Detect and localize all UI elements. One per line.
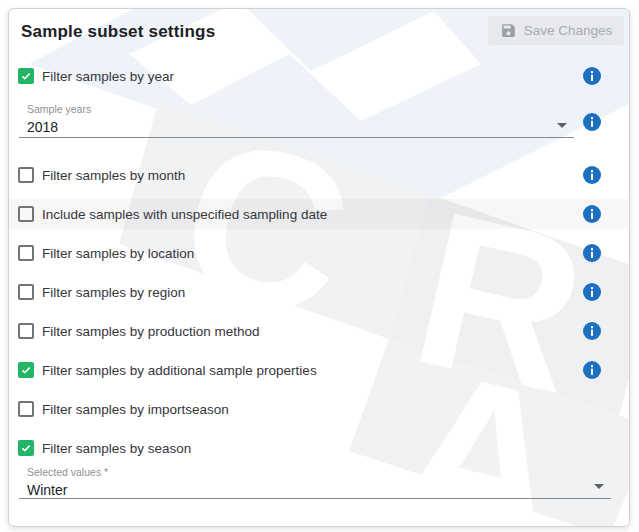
- filter-row-region: Filter samples by region: [9, 277, 629, 307]
- selected-values-select[interactable]: Selected values * Winter: [19, 464, 611, 499]
- sample-subset-settings-card: C R A Sample subset settings Save Change…: [8, 8, 630, 527]
- save-button-label: Save Changes: [524, 23, 613, 38]
- info-icon[interactable]: [583, 113, 601, 131]
- info-icon[interactable]: [583, 166, 601, 184]
- info-icon[interactable]: [583, 67, 601, 85]
- filter-season-checkbox[interactable]: [18, 440, 34, 456]
- filter-importseason-checkbox[interactable]: [18, 401, 34, 417]
- filter-production-method-checkbox[interactable]: [18, 323, 34, 339]
- select-value: 2018: [27, 119, 574, 135]
- info-icon[interactable]: [583, 205, 601, 223]
- filter-row-additional-properties: Filter samples by additional sample prop…: [9, 355, 629, 385]
- save-changes-button[interactable]: Save Changes: [488, 16, 624, 45]
- page-title: Sample subset settings: [21, 22, 215, 42]
- filter-row-production-method: Filter samples by production method: [9, 316, 629, 346]
- filter-year-checkbox[interactable]: [18, 68, 34, 84]
- filter-row-season: Filter samples by season: [9, 433, 629, 463]
- select-label: Sample years: [27, 103, 574, 115]
- info-icon[interactable]: [583, 361, 601, 379]
- filter-row-label: Include samples with unspecified samplin…: [42, 207, 327, 222]
- chevron-down-icon: [557, 123, 567, 128]
- filter-row-label: Filter samples by season: [42, 441, 191, 456]
- filter-additional-properties-checkbox[interactable]: [18, 362, 34, 378]
- filter-row-location: Filter samples by location: [9, 238, 629, 268]
- filter-row-label: Filter samples by year: [42, 69, 174, 84]
- filter-row-label: Filter samples by importseason: [42, 402, 229, 417]
- filter-row-label: Filter samples by month: [42, 168, 185, 183]
- filter-row-label: Filter samples by production method: [42, 324, 260, 339]
- save-icon: [500, 22, 517, 39]
- filter-row-month: Filter samples by month: [9, 160, 629, 190]
- filter-location-checkbox[interactable]: [18, 245, 34, 261]
- filter-row-unspecified-date: Include samples with unspecified samplin…: [9, 199, 629, 229]
- filter-row-year: Filter samples by year: [9, 61, 629, 91]
- filter-region-checkbox[interactable]: [18, 284, 34, 300]
- sample-years-select[interactable]: Sample years 2018: [19, 101, 574, 138]
- filter-row-label: Filter samples by additional sample prop…: [42, 363, 317, 378]
- info-icon[interactable]: [583, 322, 601, 340]
- info-icon[interactable]: [583, 244, 601, 262]
- select-value: Winter: [27, 482, 611, 498]
- filter-row-label: Filter samples by region: [42, 285, 185, 300]
- filter-row-importseason: Filter samples by importseason: [9, 394, 629, 424]
- filter-month-checkbox[interactable]: [18, 167, 34, 183]
- chevron-down-icon: [594, 484, 604, 489]
- filter-row-label: Filter samples by location: [42, 246, 194, 261]
- info-icon[interactable]: [583, 283, 601, 301]
- select-label: Selected values *: [27, 466, 611, 478]
- include-unspecified-date-checkbox[interactable]: [18, 206, 34, 222]
